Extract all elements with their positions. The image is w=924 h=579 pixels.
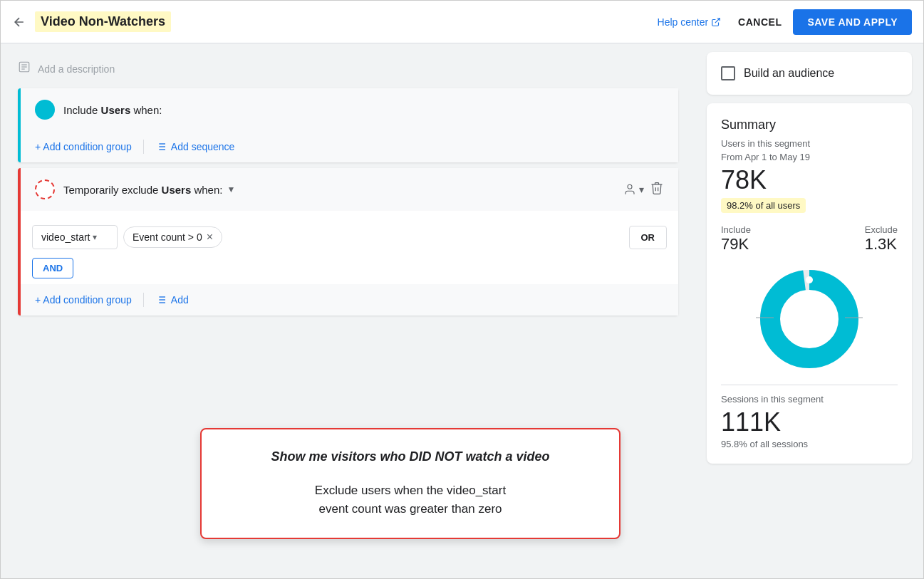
tooltip-overlay: Show me visitors who DID NOT watch a vid… [200,428,621,539]
exclude-footer: + Add condition group Add [21,284,678,315]
users-badge: 98.2% of all users [721,198,806,213]
exclude-add-sequence-button[interactable]: Add [155,294,189,306]
summary-card: Summary Users in this segment From Apr 1… [707,103,912,464]
exclude-footer-divider [143,293,144,307]
help-center-link[interactable]: Help center [658,16,722,28]
summary-title: Summary [721,118,898,132]
audience-label: Build an audience [744,67,834,80]
include-section: Include Users when: + Add condition grou… [18,88,678,162]
condition-row: video_start ▾ Event count > 0 × OR [32,219,667,255]
condition-content: video_start ▾ Event count > 0 × OR AND [21,211,678,284]
right-panel: Build an audience Summary Users in this … [695,43,923,579]
exclude-section: Temporarily exclude Users when: ▼ ▾ [18,168,678,315]
description-row: Add a description [18,55,678,88]
users-big: 78K [721,165,898,195]
include-title: Include Users when: [63,104,162,116]
build-audience-card: Build an audience [707,52,912,95]
include-footer: + Add condition group Add sequence [21,131,678,162]
svg-point-11 [628,184,632,189]
tooltip-sub: Exclude users when the video_startevent … [224,481,596,518]
include-block: Include 79K [721,224,751,254]
header: Video Non-Watchers Help center CANCEL SA… [1,1,923,43]
description-placeholder[interactable]: Add a description [38,63,115,75]
exclude-dot [35,179,55,199]
svg-line-0 [715,18,720,22]
cancel-button[interactable]: CANCEL [738,16,782,28]
include-exclude-row: Include 79K Exclude 1.3K [721,224,898,254]
audience-checkbox[interactable] [721,66,735,80]
sessions-label: Sessions in this segment [721,394,898,405]
main-layout: Add a description Include Users when: + … [1,43,923,579]
include-add-condition-button[interactable]: + Add condition group [35,141,132,152]
exclude-actions: ▾ [623,181,664,199]
chip-close-button[interactable]: × [207,231,213,243]
exclude-add-condition-button[interactable]: + Add condition group [35,294,132,306]
svg-point-17 [806,276,813,283]
tooltip-main: Show me visitors who DID NOT watch a vid… [224,449,596,464]
save-apply-button[interactable]: SAVE AND APPLY [793,9,912,35]
exclude-user-button[interactable]: ▾ [623,183,644,196]
description-icon [18,61,31,77]
page-title: Video Non-Watchers [35,11,171,32]
footer-divider [143,140,144,154]
event-count-chip[interactable]: Event count > 0 × [123,226,222,248]
exclude-title: Temporarily exclude Users when: [63,184,222,196]
and-button[interactable]: AND [32,258,73,278]
exclude-delete-button[interactable] [650,181,664,199]
include-dot [35,100,55,120]
back-button[interactable] [12,15,26,29]
date-range: From Apr 1 to May 19 [721,152,898,162]
include-add-sequence-button[interactable]: Add sequence [155,141,235,152]
left-panel: Add a description Include Users when: + … [1,43,695,579]
donut-chart [721,262,898,376]
event-dropdown-arrow: ▾ [93,232,97,242]
summary-divider [721,385,898,385]
include-section-header: Include Users when: [21,88,678,131]
event-select[interactable]: video_start ▾ [32,225,118,249]
exclude-dropdown-arrow[interactable]: ▼ [227,184,235,194]
sessions-sub: 95.8% of all sessions [721,439,898,449]
exclude-block: Exclude 1.3K [865,224,898,254]
exclude-section-header: Temporarily exclude Users when: ▼ ▾ [21,168,678,211]
or-button[interactable]: OR [629,226,668,249]
svg-point-16 [770,280,848,358]
sessions-big: 111K [721,407,898,437]
users-label: Users in this segment [721,138,898,149]
